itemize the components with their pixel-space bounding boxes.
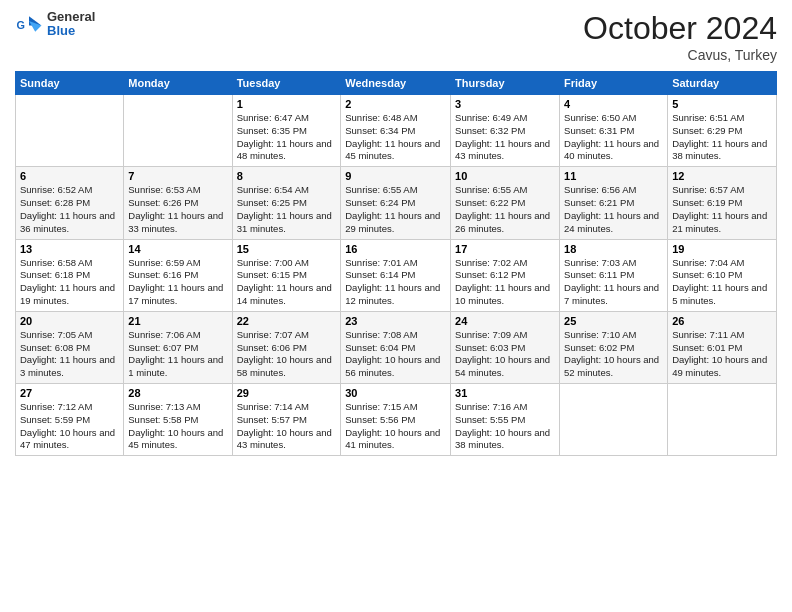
cell-text: Sunrise: 7:09 AM Sunset: 6:03 PM Dayligh…: [455, 329, 555, 380]
cell-text: Sunrise: 6:50 AM Sunset: 6:31 PM Dayligh…: [564, 112, 663, 163]
calendar-cell: 29Sunrise: 7:14 AM Sunset: 5:57 PM Dayli…: [232, 384, 341, 456]
cell-text: Sunrise: 7:01 AM Sunset: 6:14 PM Dayligh…: [345, 257, 446, 308]
day-number: 4: [564, 98, 663, 110]
weekday-header: Tuesday: [232, 72, 341, 95]
weekday-header-row: SundayMondayTuesdayWednesdayThursdayFrid…: [16, 72, 777, 95]
day-number: 22: [237, 315, 337, 327]
calendar-cell: [668, 384, 777, 456]
calendar-cell: 26Sunrise: 7:11 AM Sunset: 6:01 PM Dayli…: [668, 311, 777, 383]
weekday-header: Wednesday: [341, 72, 451, 95]
day-number: 7: [128, 170, 227, 182]
calendar-cell: 17Sunrise: 7:02 AM Sunset: 6:12 PM Dayli…: [451, 239, 560, 311]
calendar-cell: 5Sunrise: 6:51 AM Sunset: 6:29 PM Daylig…: [668, 95, 777, 167]
page: G General Blue October 2024 Cavus, Turke…: [0, 0, 792, 612]
calendar-cell: 2Sunrise: 6:48 AM Sunset: 6:34 PM Daylig…: [341, 95, 451, 167]
cell-text: Sunrise: 7:04 AM Sunset: 6:10 PM Dayligh…: [672, 257, 772, 308]
cell-text: Sunrise: 7:07 AM Sunset: 6:06 PM Dayligh…: [237, 329, 337, 380]
day-number: 31: [455, 387, 555, 399]
day-number: 10: [455, 170, 555, 182]
weekday-header: Monday: [124, 72, 232, 95]
cell-text: Sunrise: 7:05 AM Sunset: 6:08 PM Dayligh…: [20, 329, 119, 380]
calendar-cell: 12Sunrise: 6:57 AM Sunset: 6:19 PM Dayli…: [668, 167, 777, 239]
day-number: 11: [564, 170, 663, 182]
calendar-cell: 7Sunrise: 6:53 AM Sunset: 6:26 PM Daylig…: [124, 167, 232, 239]
day-number: 27: [20, 387, 119, 399]
day-number: 8: [237, 170, 337, 182]
calendar-cell: 27Sunrise: 7:12 AM Sunset: 5:59 PM Dayli…: [16, 384, 124, 456]
cell-text: Sunrise: 6:48 AM Sunset: 6:34 PM Dayligh…: [345, 112, 446, 163]
day-number: 18: [564, 243, 663, 255]
calendar-week-row: 6Sunrise: 6:52 AM Sunset: 6:28 PM Daylig…: [16, 167, 777, 239]
cell-text: Sunrise: 7:02 AM Sunset: 6:12 PM Dayligh…: [455, 257, 555, 308]
weekday-header: Friday: [560, 72, 668, 95]
calendar-cell: 25Sunrise: 7:10 AM Sunset: 6:02 PM Dayli…: [560, 311, 668, 383]
day-number: 24: [455, 315, 555, 327]
calendar-cell: 1Sunrise: 6:47 AM Sunset: 6:35 PM Daylig…: [232, 95, 341, 167]
cell-text: Sunrise: 7:16 AM Sunset: 5:55 PM Dayligh…: [455, 401, 555, 452]
logo: G General Blue: [15, 10, 95, 39]
day-number: 19: [672, 243, 772, 255]
cell-text: Sunrise: 6:49 AM Sunset: 6:32 PM Dayligh…: [455, 112, 555, 163]
calendar-cell: [560, 384, 668, 456]
cell-text: Sunrise: 6:59 AM Sunset: 6:16 PM Dayligh…: [128, 257, 227, 308]
title-block: October 2024 Cavus, Turkey: [583, 10, 777, 63]
cell-text: Sunrise: 7:13 AM Sunset: 5:58 PM Dayligh…: [128, 401, 227, 452]
cell-text: Sunrise: 6:47 AM Sunset: 6:35 PM Dayligh…: [237, 112, 337, 163]
weekday-header: Thursday: [451, 72, 560, 95]
month-title: October 2024: [583, 10, 777, 47]
weekday-header: Sunday: [16, 72, 124, 95]
day-number: 17: [455, 243, 555, 255]
cell-text: Sunrise: 6:57 AM Sunset: 6:19 PM Dayligh…: [672, 184, 772, 235]
cell-text: Sunrise: 7:10 AM Sunset: 6:02 PM Dayligh…: [564, 329, 663, 380]
cell-text: Sunrise: 6:54 AM Sunset: 6:25 PM Dayligh…: [237, 184, 337, 235]
calendar-week-row: 13Sunrise: 6:58 AM Sunset: 6:18 PM Dayli…: [16, 239, 777, 311]
day-number: 16: [345, 243, 446, 255]
header: G General Blue October 2024 Cavus, Turke…: [15, 10, 777, 63]
calendar-week-row: 1Sunrise: 6:47 AM Sunset: 6:35 PM Daylig…: [16, 95, 777, 167]
day-number: 29: [237, 387, 337, 399]
calendar-cell: 21Sunrise: 7:06 AM Sunset: 6:07 PM Dayli…: [124, 311, 232, 383]
day-number: 20: [20, 315, 119, 327]
calendar-week-row: 20Sunrise: 7:05 AM Sunset: 6:08 PM Dayli…: [16, 311, 777, 383]
cell-text: Sunrise: 6:58 AM Sunset: 6:18 PM Dayligh…: [20, 257, 119, 308]
day-number: 5: [672, 98, 772, 110]
calendar-cell: 9Sunrise: 6:55 AM Sunset: 6:24 PM Daylig…: [341, 167, 451, 239]
day-number: 28: [128, 387, 227, 399]
calendar-cell: 10Sunrise: 6:55 AM Sunset: 6:22 PM Dayli…: [451, 167, 560, 239]
day-number: 6: [20, 170, 119, 182]
location: Cavus, Turkey: [583, 47, 777, 63]
calendar-cell: [16, 95, 124, 167]
cell-text: Sunrise: 7:15 AM Sunset: 5:56 PM Dayligh…: [345, 401, 446, 452]
day-number: 21: [128, 315, 227, 327]
svg-text:G: G: [17, 19, 25, 31]
day-number: 23: [345, 315, 446, 327]
cell-text: Sunrise: 7:06 AM Sunset: 6:07 PM Dayligh…: [128, 329, 227, 380]
calendar-cell: 14Sunrise: 6:59 AM Sunset: 6:16 PM Dayli…: [124, 239, 232, 311]
cell-text: Sunrise: 6:55 AM Sunset: 6:22 PM Dayligh…: [455, 184, 555, 235]
cell-text: Sunrise: 7:03 AM Sunset: 6:11 PM Dayligh…: [564, 257, 663, 308]
day-number: 25: [564, 315, 663, 327]
calendar-cell: 15Sunrise: 7:00 AM Sunset: 6:15 PM Dayli…: [232, 239, 341, 311]
calendar-cell: 3Sunrise: 6:49 AM Sunset: 6:32 PM Daylig…: [451, 95, 560, 167]
logo-icon: G: [15, 10, 43, 38]
calendar-cell: [124, 95, 232, 167]
day-number: 1: [237, 98, 337, 110]
cell-text: Sunrise: 6:52 AM Sunset: 6:28 PM Dayligh…: [20, 184, 119, 235]
day-number: 2: [345, 98, 446, 110]
calendar-cell: 18Sunrise: 7:03 AM Sunset: 6:11 PM Dayli…: [560, 239, 668, 311]
calendar-week-row: 27Sunrise: 7:12 AM Sunset: 5:59 PM Dayli…: [16, 384, 777, 456]
calendar-cell: 28Sunrise: 7:13 AM Sunset: 5:58 PM Dayli…: [124, 384, 232, 456]
day-number: 9: [345, 170, 446, 182]
logo-line1: General: [47, 10, 95, 24]
calendar-cell: 31Sunrise: 7:16 AM Sunset: 5:55 PM Dayli…: [451, 384, 560, 456]
cell-text: Sunrise: 6:51 AM Sunset: 6:29 PM Dayligh…: [672, 112, 772, 163]
calendar-cell: 13Sunrise: 6:58 AM Sunset: 6:18 PM Dayli…: [16, 239, 124, 311]
calendar-cell: 22Sunrise: 7:07 AM Sunset: 6:06 PM Dayli…: [232, 311, 341, 383]
calendar-cell: 19Sunrise: 7:04 AM Sunset: 6:10 PM Dayli…: [668, 239, 777, 311]
weekday-header: Saturday: [668, 72, 777, 95]
cell-text: Sunrise: 6:56 AM Sunset: 6:21 PM Dayligh…: [564, 184, 663, 235]
calendar-cell: 4Sunrise: 6:50 AM Sunset: 6:31 PM Daylig…: [560, 95, 668, 167]
calendar-cell: 11Sunrise: 6:56 AM Sunset: 6:21 PM Dayli…: [560, 167, 668, 239]
calendar-cell: 23Sunrise: 7:08 AM Sunset: 6:04 PM Dayli…: [341, 311, 451, 383]
day-number: 12: [672, 170, 772, 182]
